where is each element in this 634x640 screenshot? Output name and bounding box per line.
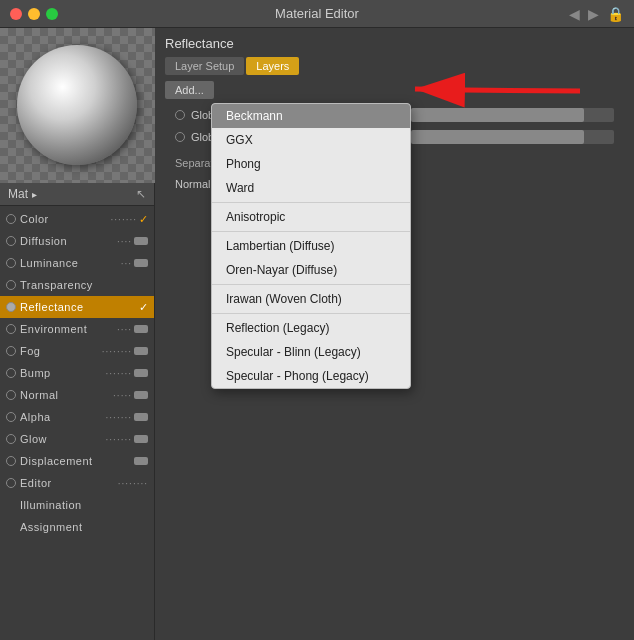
channel-name: Bump xyxy=(20,367,106,379)
dropdown-divider xyxy=(212,284,410,285)
channel-dot xyxy=(6,478,16,488)
lock-icon[interactable]: 🔒 xyxy=(607,6,624,22)
channel-dots: ········ xyxy=(102,346,132,357)
channel-displacement[interactable]: Displacement xyxy=(0,450,154,472)
channel-editor[interactable]: Editor ········ xyxy=(0,472,154,494)
channel-toggle[interactable] xyxy=(134,259,148,267)
dropdown-item-beckmann[interactable]: Beckmann xyxy=(212,104,410,128)
channel-dot xyxy=(6,280,16,290)
dropdown-item-ggx[interactable]: GGX xyxy=(212,128,410,152)
channel-name: Fog xyxy=(20,345,102,357)
dropdown-item-reflection-legacy[interactable]: Reflection (Legacy) xyxy=(212,316,410,340)
window-controls xyxy=(10,8,58,20)
add-row: Add... Beckmann GGX Phong Ward Anisotrop… xyxy=(165,81,624,99)
left-panel: Mat ▸ ↖ Color ······· ✓ Diffusion ···· xyxy=(0,28,155,640)
channel-alpha[interactable]: Alpha ······· xyxy=(0,406,154,428)
channel-dots: ······· xyxy=(106,368,132,379)
channel-check: ✓ xyxy=(139,301,148,314)
channel-toggle[interactable] xyxy=(134,391,148,399)
dropdown-divider xyxy=(212,313,410,314)
dropdown-item-specular-phong[interactable]: Specular - Phong (Legacy) xyxy=(212,364,410,388)
channel-diffusion[interactable]: Diffusion ···· xyxy=(0,230,154,252)
title-bar: Material Editor ◀ ▶ 🔒 xyxy=(0,0,634,28)
channel-transparency[interactable]: Transparency xyxy=(0,274,154,296)
channel-dot xyxy=(6,390,16,400)
tab-layers[interactable]: Layers xyxy=(246,57,299,75)
sub-tabs: Layer Setup Layers xyxy=(165,57,624,75)
channel-name: Diffusion xyxy=(20,235,117,247)
title-bar-right: ◀ ▶ 🔒 xyxy=(569,6,624,22)
channel-normal[interactable]: Normal ····· xyxy=(0,384,154,406)
nav-back-icon[interactable]: ◀ xyxy=(569,6,580,22)
channel-dots: ··· xyxy=(121,258,132,269)
channel-name: Color xyxy=(20,213,111,225)
dropdown-item-ward[interactable]: Ward xyxy=(212,176,410,200)
channel-reflectance[interactable]: Reflectance ✓ xyxy=(0,296,154,318)
channel-toggle[interactable] xyxy=(134,369,148,377)
channel-toggle[interactable] xyxy=(134,435,148,443)
layer-bar xyxy=(411,108,614,122)
layer-radio[interactable] xyxy=(175,110,185,120)
channel-environment[interactable]: Environment ···· xyxy=(0,318,154,340)
channel-name: Luminance xyxy=(20,257,121,269)
channel-illumination[interactable]: Illumination xyxy=(0,494,154,516)
channel-glow[interactable]: Glow ······· xyxy=(0,428,154,450)
mat-name: Mat xyxy=(8,187,28,201)
window-title: Material Editor xyxy=(275,6,359,21)
maximize-button[interactable] xyxy=(46,8,58,20)
channel-name: Alpha xyxy=(20,411,106,423)
channel-fog[interactable]: Fog ········ xyxy=(0,340,154,362)
channel-dots: ······· xyxy=(106,412,132,423)
channel-dot xyxy=(6,346,16,356)
channels-list: Color ······· ✓ Diffusion ···· Luminance… xyxy=(0,206,154,640)
channel-dot xyxy=(6,214,16,224)
channel-dot xyxy=(6,302,16,312)
channel-toggle[interactable] xyxy=(134,457,148,465)
channel-toggle[interactable] xyxy=(134,347,148,355)
channel-name: Editor xyxy=(20,477,118,489)
nav-forward-icon[interactable]: ▶ xyxy=(588,6,599,22)
channel-luminance[interactable]: Luminance ··· xyxy=(0,252,154,274)
channel-toggle[interactable] xyxy=(134,413,148,421)
layer-bar xyxy=(411,130,614,144)
reflectance-header: Reflectance Layer Setup Layers Add... Be… xyxy=(155,28,634,199)
channel-dot xyxy=(6,236,16,246)
channel-dot xyxy=(6,456,16,466)
channel-name: Normal xyxy=(20,389,113,401)
channel-dot xyxy=(6,368,16,378)
channel-dot xyxy=(6,434,16,444)
mat-cursor: ↖ xyxy=(136,187,146,201)
channel-color[interactable]: Color ······· ✓ xyxy=(0,208,154,230)
dropdown-divider xyxy=(212,202,410,203)
channel-name: Illumination xyxy=(6,499,148,511)
channel-dots: ······· xyxy=(106,434,132,445)
dropdown-menu[interactable]: Beckmann GGX Phong Ward Anisotropic Lamb… xyxy=(211,103,411,389)
channel-dots: ····· xyxy=(113,390,132,401)
dropdown-item-oren-nayar[interactable]: Oren-Nayar (Diffuse) xyxy=(212,258,410,282)
channel-name: Displacement xyxy=(20,455,132,467)
add-button[interactable]: Add... xyxy=(165,81,214,99)
dropdown-item-irawan[interactable]: Irawan (Woven Cloth) xyxy=(212,287,410,311)
dropdown-divider xyxy=(212,231,410,232)
channel-dots: ········ xyxy=(118,478,148,489)
layer-bar-fill xyxy=(411,108,584,122)
dropdown-item-lambertian[interactable]: Lambertian (Diffuse) xyxy=(212,234,410,258)
channel-bump[interactable]: Bump ······· xyxy=(0,362,154,384)
minimize-button[interactable] xyxy=(28,8,40,20)
dropdown-item-anisotropic[interactable]: Anisotropic xyxy=(212,205,410,229)
channel-toggle[interactable] xyxy=(134,325,148,333)
dropdown-item-specular-blinn[interactable]: Specular - Blinn (Legacy) xyxy=(212,340,410,364)
close-button[interactable] xyxy=(10,8,22,20)
channel-dot xyxy=(6,258,16,268)
channel-name: Transparency xyxy=(20,279,148,291)
channel-toggle[interactable] xyxy=(134,237,148,245)
channel-assignment[interactable]: Assignment xyxy=(0,516,154,538)
preview-sphere xyxy=(17,45,137,165)
layer-radio[interactable] xyxy=(175,132,185,142)
normal-label: Normal xyxy=(175,178,210,190)
tab-layer-setup[interactable]: Layer Setup xyxy=(165,57,244,75)
channel-dot xyxy=(6,412,16,422)
dropdown-item-phong[interactable]: Phong xyxy=(212,152,410,176)
layer-bar-fill xyxy=(411,130,584,144)
channel-name: Glow xyxy=(20,433,106,445)
